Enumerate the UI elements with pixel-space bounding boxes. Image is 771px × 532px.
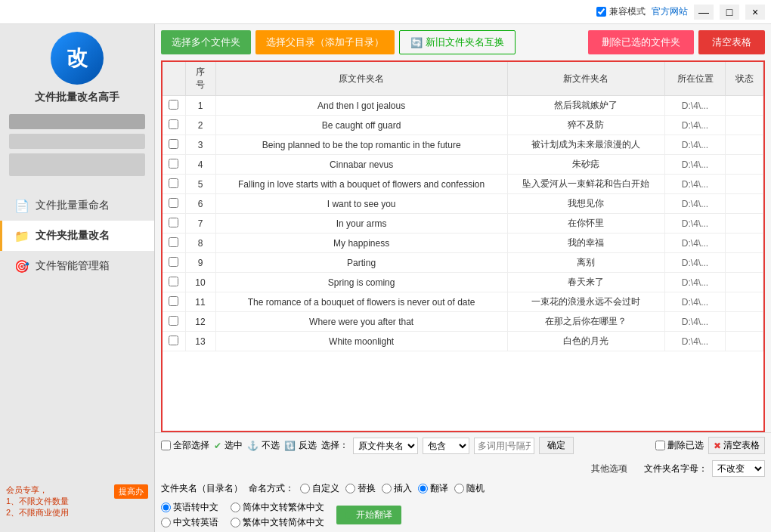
close-button[interactable]: ×: [745, 5, 765, 20]
row-no: 11: [185, 292, 215, 312]
row-checkbox-cell[interactable]: [163, 194, 185, 214]
toolbar: 选择多个文件夹 选择父目录（添加子目录） 🔄 新旧文件夹名互换 删除已选的文件夹…: [155, 24, 771, 60]
row-original: Being planned to be the top romantic in …: [215, 135, 507, 155]
search-input[interactable]: [474, 438, 534, 454]
upgrade-button[interactable]: 提高办: [114, 484, 148, 499]
clear-icon: ✖: [714, 441, 721, 451]
compat-mode-label[interactable]: 兼容模式: [596, 5, 646, 18]
confirm-button[interactable]: 确定: [539, 437, 574, 454]
row-checkbox-cell[interactable]: [163, 214, 185, 234]
row-checkbox-cell[interactable]: [163, 332, 185, 351]
row-checkbox-cell[interactable]: [163, 253, 185, 273]
row-checkbox[interactable]: [169, 178, 178, 188]
swap-button[interactable]: 🔄 新旧文件夹名互换: [399, 30, 516, 54]
official-link[interactable]: 官方网站: [652, 5, 688, 18]
row-original: Parting: [215, 253, 507, 273]
row-checkbox[interactable]: [169, 257, 178, 267]
select-group: 全部选择: [161, 439, 209, 452]
row-checkbox-cell[interactable]: [163, 135, 185, 155]
row-checkbox-cell[interactable]: [163, 155, 185, 175]
naming-insert[interactable]: 插入: [382, 482, 412, 495]
clear-table-button[interactable]: 清空表格: [698, 30, 765, 54]
logo-area: 改 文件批量改名高手: [35, 32, 119, 104]
row-checkbox[interactable]: [169, 277, 178, 286]
row-location: D:\4\...: [665, 332, 726, 351]
sidebar-item-folder-rename[interactable]: 📁 文件夹批量改名: [0, 221, 154, 251]
translate-sc2tc[interactable]: 简体中文转繁体中文: [231, 501, 324, 514]
row-original: Where were you after that: [215, 312, 507, 332]
naming-translate[interactable]: 翻译: [418, 482, 448, 495]
select-parent-button[interactable]: 选择父目录（添加子目录）: [255, 30, 395, 54]
row-no: 8: [185, 234, 215, 253]
filter-dropdown[interactable]: 原文件夹名 新文件夹名: [353, 438, 418, 454]
row-no: 6: [185, 194, 215, 214]
profile-bar-1: [9, 114, 145, 129]
row-checkbox-cell[interactable]: [163, 292, 185, 312]
row-location: D:\4\...: [665, 116, 726, 135]
row-checkbox-cell[interactable]: [163, 234, 185, 253]
row-checkbox[interactable]: [169, 237, 178, 247]
row-status: [726, 273, 763, 292]
table-body: 1 And then I got jealous 然后我就嫉妒了 D:\4\..…: [163, 96, 763, 351]
translate-tc2sc[interactable]: 繁体中文转简体中文: [231, 516, 324, 529]
contain-dropdown[interactable]: 包含 不包含: [423, 438, 469, 454]
start-translate-button[interactable]: 开始翻译: [336, 506, 401, 524]
row-checkbox-cell[interactable]: [163, 175, 185, 194]
row-newname: 朱砂痣: [507, 155, 664, 175]
app-title: 文件批量改名高手: [35, 91, 119, 104]
delete-sel-label[interactable]: 删除已选: [655, 439, 704, 452]
row-checkbox[interactable]: [169, 119, 178, 129]
restore-button[interactable]: □: [720, 5, 739, 20]
row-checkbox-cell[interactable]: [163, 96, 185, 116]
row-checkbox[interactable]: [169, 198, 178, 208]
row-location: D:\4\...: [665, 214, 726, 234]
row-newname: 在那之后你在哪里？: [507, 312, 664, 332]
delete-selected-button[interactable]: 删除已选的文件夹: [588, 30, 694, 54]
row-no: 5: [185, 175, 215, 194]
table-row: 1 And then I got jealous 然后我就嫉妒了 D:\4\..…: [163, 96, 763, 116]
row-checkbox[interactable]: [169, 159, 178, 169]
table-row: 7 In your arms 在你怀里 D:\4\...: [163, 214, 763, 234]
clear-btn2[interactable]: ✖ 清空表格: [708, 437, 765, 454]
compat-mode-checkbox[interactable]: [596, 7, 606, 17]
row-checkbox-cell[interactable]: [163, 116, 185, 135]
row-no: 9: [185, 253, 215, 273]
row-checkbox[interactable]: [169, 139, 178, 149]
select-multi-button[interactable]: 选择多个文件夹: [161, 30, 251, 54]
app-layout: 改 文件批量改名高手 📄 文件批量重命名 📁 文件夹批量改名 🎯 文件智能管理箱…: [0, 24, 771, 532]
check-group: ✔ 选中: [214, 439, 243, 452]
translate-zh2en[interactable]: 中文转英语: [161, 516, 218, 529]
sidebar-item-smart-manage[interactable]: 🎯 文件智能管理箱: [0, 251, 154, 281]
title-bar: 兼容模式 官方网站 — □ ×: [0, 0, 771, 24]
row-original: Be caught off guard: [215, 116, 507, 135]
row-checkbox[interactable]: [169, 316, 178, 326]
logo-icon: 改: [51, 32, 104, 85]
start-translate-label: 开始翻译: [356, 509, 392, 521]
row-checkbox[interactable]: [169, 100, 178, 110]
sidebar-item-file-rename[interactable]: 📄 文件批量重命名: [0, 190, 154, 221]
row-checkbox-cell[interactable]: [163, 273, 185, 292]
minimize-button[interactable]: —: [694, 5, 714, 20]
naming-replace[interactable]: 替换: [345, 482, 376, 495]
select-all-label[interactable]: 全部选择: [161, 439, 209, 452]
translate-en2zh[interactable]: 英语转中文: [161, 501, 218, 514]
naming-custom[interactable]: 自定义: [300, 482, 339, 495]
row-checkbox[interactable]: [169, 218, 178, 227]
select-all-checkbox[interactable]: [161, 441, 171, 450]
row-checkbox-cell[interactable]: [163, 312, 185, 332]
naming-random[interactable]: 随机: [454, 482, 485, 495]
folder-name-label: 文件夹名（目录名）: [161, 482, 243, 495]
row-status: [726, 116, 763, 135]
table-row: 5 Falling in love starts with a bouquet …: [163, 175, 763, 194]
row-location: D:\4\...: [665, 273, 726, 292]
row-no: 10: [185, 273, 215, 292]
table-row: 2 Be caught off guard 猝不及防 D:\4\...: [163, 116, 763, 135]
row-status: [726, 332, 763, 351]
filename-dropdown[interactable]: 不改变 大写 小写: [712, 460, 765, 477]
table-row: 6 I want to see you 我想见你 D:\4\...: [163, 194, 763, 214]
delete-sel-checkbox[interactable]: [655, 441, 665, 450]
start-translate-icon: [345, 512, 353, 519]
row-checkbox[interactable]: [169, 296, 178, 306]
row-original: I want to see you: [215, 194, 507, 214]
row-checkbox[interactable]: [169, 336, 178, 345]
